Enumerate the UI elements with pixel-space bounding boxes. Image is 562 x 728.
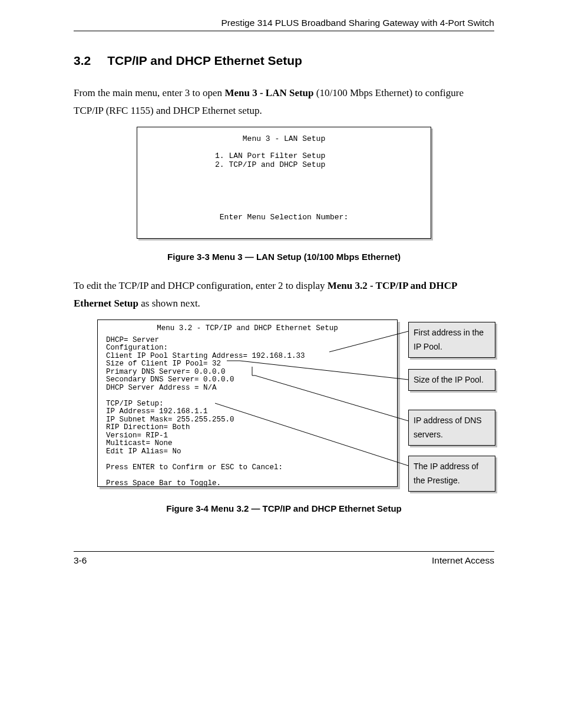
menu3-box: Menu 3 - LAN Setup 1. LAN Port Filter Se… xyxy=(137,127,431,239)
menu32-line xyxy=(106,392,389,400)
figure-3-3: Menu 3 - LAN Setup 1. LAN Port Filter Se… xyxy=(74,127,494,239)
page: Prestige 314 PLUS Broadband Sharing Gate… xyxy=(0,0,562,578)
running-header: Prestige 314 PLUS Broadband Sharing Gate… xyxy=(74,18,494,28)
menu32-line: Configuration: xyxy=(106,344,389,353)
menu32-line: Press ENTER to Confirm or ESC to Cancel: xyxy=(106,464,389,472)
menu32-line: Press Space Bar to Toggle. xyxy=(106,480,389,488)
menu3-items: 1. LAN Port Filter Setup 2. TCP/IP and D… xyxy=(215,151,419,169)
menu32-line: Version= RIP-1 xyxy=(106,432,389,440)
menu32-line: DHCP Server Address = N/A xyxy=(106,384,389,393)
section-number: 3.2 xyxy=(74,54,91,68)
footer-rule xyxy=(74,551,494,552)
menu32-line: Client IP Pool Starting Address= 192.168… xyxy=(106,353,389,361)
menu32-line: Secondary DNS Server= 0.0.0.0 xyxy=(106,376,389,384)
paragraph-2: To edit the TCP/IP and DHCP configuratio… xyxy=(74,277,494,312)
footer-section: Internet Access xyxy=(432,555,494,566)
menu32-line: Edit IP Alias= No xyxy=(106,448,389,456)
section-title: TCP/IP and DHCP Ethernet Setup xyxy=(107,54,302,67)
para2-pre: To edit the TCP/IP and DHCP configuratio… xyxy=(74,280,328,291)
figure-3-4-caption: Figure 3-4 Menu 3.2 — TCP/IP and DHCP Et… xyxy=(74,503,494,513)
para1-bold: Menu 3 - LAN Setup xyxy=(224,87,313,98)
menu3-prompt: Enter Menu Selection Number: xyxy=(137,213,431,222)
section-heading: 3.2TCP/IP and DHCP Ethernet Setup xyxy=(74,54,494,68)
header-rule xyxy=(74,31,494,31)
menu3-item-2: 2. TCP/IP and DHCP Setup xyxy=(215,160,419,169)
paragraph-1: From the main menu, enter 3 to open Menu… xyxy=(74,84,494,120)
page-number: 3-6 xyxy=(74,555,87,566)
menu32-line: IP Address= 192.168.1.1 xyxy=(106,408,389,416)
callout-dns-ip: IP address of DNS servers. xyxy=(408,410,495,446)
menu32-line xyxy=(106,456,389,464)
menu3-item-1: 1. LAN Port Filter Setup xyxy=(215,151,419,160)
menu32-box: Menu 3.2 - TCP/IP and DHCP Ethernet Setu… xyxy=(97,319,398,487)
callout-prestige-ip: The IP address of the Prestige. xyxy=(408,456,495,492)
menu32-line: IP Subnet Mask= 255.255.255.0 xyxy=(106,416,389,424)
menu32-line: TCP/IP Setup: xyxy=(106,400,389,409)
menu32-line: Multicast= None xyxy=(106,440,389,448)
menu32-line: Size of Client IP Pool= 32 xyxy=(106,360,389,368)
para1-pre: From the main menu, enter 3 to open xyxy=(74,87,224,98)
menu32-line: DHCP= Server xyxy=(106,337,389,345)
menu32-line: Primary DNS Server= 0.0.0.0 xyxy=(106,368,389,377)
para2-post: as shown next. xyxy=(138,298,200,309)
page-footer: 3-6 Internet Access xyxy=(74,555,494,578)
callout-first-address: First address in the IP Pool. xyxy=(408,322,495,358)
figure-3-4: Menu 3.2 - TCP/IP and DHCP Ethernet Setu… xyxy=(97,319,518,490)
figure-3-3-caption: Figure 3-3 Menu 3 — LAN Setup (10/100 Mb… xyxy=(74,252,494,262)
menu3-title: Menu 3 - LAN Setup xyxy=(149,134,419,143)
menu32-line: RIP Direction= Both xyxy=(106,424,389,432)
menu32-line xyxy=(106,472,389,480)
callout-pool-size: Size of the IP Pool. xyxy=(408,369,495,391)
menu32-title: Menu 3.2 - TCP/IP and DHCP Ethernet Setu… xyxy=(106,325,389,333)
